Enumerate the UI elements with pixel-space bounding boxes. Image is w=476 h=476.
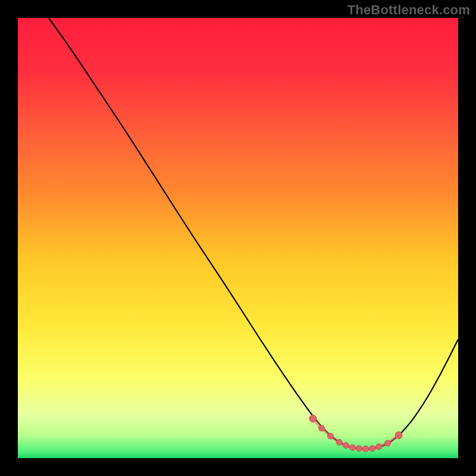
plot-background	[18, 18, 458, 458]
chart-frame: TheBottleneck.com	[0, 0, 476, 476]
bottleneck-chart	[0, 0, 476, 476]
minimum-marker	[376, 444, 382, 450]
watermark-text: TheBottleneck.com	[347, 2, 470, 18]
minimum-marker	[356, 446, 362, 452]
minimum-marker	[369, 446, 375, 452]
minimum-marker	[336, 439, 342, 445]
minimum-marker	[363, 446, 369, 452]
minimum-marker	[319, 425, 325, 431]
minimum-marker	[327, 433, 333, 439]
minimum-marker	[343, 443, 349, 449]
minimum-marker	[349, 444, 355, 450]
minimum-marker	[385, 440, 391, 446]
minimum-marker	[395, 432, 402, 439]
minimum-marker	[309, 415, 317, 422]
